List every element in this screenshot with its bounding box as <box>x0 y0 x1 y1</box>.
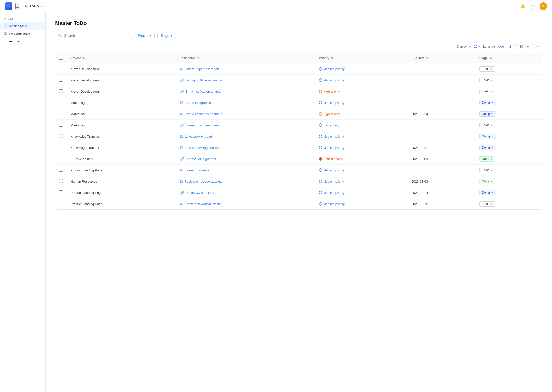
main-content: Master ToDo 🔍 Project ▼ Stage ▼ Displayi… <box>45 13 552 392</box>
project-filter-button[interactable]: Project ▼ <box>135 32 155 39</box>
row-checkbox-9[interactable] <box>59 168 63 172</box>
select-all-header[interactable] <box>55 53 67 63</box>
row-checkbox-12[interactable] <box>59 202 63 205</box>
next-page-button[interactable]: »» <box>535 44 542 49</box>
stage-chevron-icon: ▼ <box>491 101 493 104</box>
task-link[interactable]: ☑Research visuals <box>180 168 311 172</box>
stage-label: To-do <box>482 124 489 127</box>
priority-dot <box>319 67 322 70</box>
task-link[interactable]: 🔗Debug multiple replies tas <box>180 78 311 82</box>
row-checkbox-7[interactable] <box>59 146 63 149</box>
subtask-icon: 🔗 <box>180 90 184 93</box>
table-row: Marketing☑Create infographics Medium pri… <box>55 97 542 108</box>
stage-sort-icon: ⇅ <box>489 57 492 60</box>
task-link[interactable]: ☑Create infographics <box>180 101 311 105</box>
row-checkbox-11[interactable] <box>59 190 63 194</box>
sidebar-item-archive[interactable]: ☷ Archive <box>0 37 45 45</box>
table-row: Klever Development🔗Debug multiple replie… <box>55 75 542 86</box>
stage-label: Done <box>482 180 489 183</box>
priority-cell: Medium priority <box>315 97 407 108</box>
row-checkbox-6[interactable] <box>59 134 63 138</box>
notifications-button[interactable]: 🔔 <box>520 4 525 9</box>
select-all-checkbox[interactable] <box>59 56 63 60</box>
stage-badge[interactable]: Doing ▼ <box>479 100 496 105</box>
col-priority[interactable]: Priority ⇅ <box>315 53 407 63</box>
stage-badge[interactable]: To-do ▼ <box>479 77 495 83</box>
prev-page-button[interactable]: «« <box>525 44 533 49</box>
stage-badge[interactable]: Doing ▼ <box>479 111 496 117</box>
task-link[interactable]: ☑Share knowledge session <box>180 146 311 150</box>
priority-cell: High priority <box>315 108 407 120</box>
col-project[interactable]: Project ⇅ <box>67 53 176 63</box>
task-link[interactable]: ☑Create content schedule p <box>180 112 311 116</box>
sidebar-item-personal-todo[interactable]: ☑ Personal ToDo <box>0 30 45 37</box>
priority-dot <box>319 112 322 116</box>
task-link[interactable]: ☑Brainstorm website desig <box>180 202 311 206</box>
search-input[interactable] <box>64 34 129 38</box>
row-checkbox-8[interactable] <box>59 157 63 160</box>
priority-dot <box>319 124 322 127</box>
stage-badge[interactable]: Doing ▼ <box>479 190 496 195</box>
items-per-page-select[interactable]: 201050 <box>473 44 481 49</box>
due-date-cell: - <box>407 63 476 75</box>
subtask-icon: 🔗 <box>180 191 184 195</box>
task-link[interactable]: 🔗Email notification templat <box>180 90 311 93</box>
app-title-button[interactable]: ☑ ToDo ▼ <box>23 3 45 9</box>
stage-badge[interactable]: To-do ▼ <box>479 66 495 71</box>
stage-cell: Doing ▼ <box>476 97 542 108</box>
stage-label: To-do <box>482 78 489 82</box>
stage-badge[interactable]: To-do ▼ <box>479 168 495 173</box>
page-title: Master ToDo <box>55 20 542 26</box>
due-date-cell: - <box>407 75 476 86</box>
table-row: Product Landing Page☑Brainstorm website … <box>55 198 542 210</box>
row-checkbox-3[interactable] <box>59 100 63 104</box>
sidebar-item-master-todo[interactable]: ☑ Master ToDo <box>0 22 45 30</box>
help-button[interactable]: ? <box>529 3 536 10</box>
row-checkbox-2[interactable] <box>59 89 63 93</box>
priority-text: Critical priority <box>323 157 343 161</box>
stage-filter-button[interactable]: Stage ▼ <box>158 32 176 39</box>
priority-cell: High priority <box>315 86 407 97</box>
stage-badge[interactable]: To-do ▼ <box>479 201 495 207</box>
stage-cell: To-do ▼ <box>476 165 542 176</box>
stage-badge[interactable]: Doing ▼ <box>479 134 496 139</box>
current-page-input[interactable] <box>506 44 515 49</box>
row-checkbox-10[interactable] <box>59 179 63 183</box>
task-icon: ☑ <box>180 180 183 183</box>
avatar[interactable]: A <box>539 2 547 10</box>
app-title-label: ToDo <box>29 4 39 8</box>
total-pages: 10 <box>520 45 523 48</box>
stage-label: To-do <box>482 90 489 93</box>
row-checkbox-0[interactable] <box>59 67 63 70</box>
col-stage[interactable]: Stage ⇅ <box>476 53 542 63</box>
stage-badge[interactable]: To-do ▼ <box>479 89 495 94</box>
col-task-name[interactable]: Task name ⇅ <box>176 53 315 63</box>
stage-chevron-icon: ▼ <box>491 147 493 149</box>
stage-badge[interactable]: Done ▼ <box>479 156 495 161</box>
priority-text: Medium priority <box>323 191 345 195</box>
stage-label: Doing <box>482 135 490 138</box>
stage-badge[interactable]: Doing ▼ <box>479 145 496 150</box>
task-link[interactable]: 🔗Research content ideas <box>180 124 311 127</box>
project-cell: Knowledge Transfer <box>67 131 176 142</box>
project-cell: Marketing <box>67 97 176 108</box>
task-link[interactable]: ☑Follow up pentest report <box>180 67 311 71</box>
stage-cell: Doing ▼ <box>476 142 542 154</box>
sidebar: PAGES ☑ Master ToDo ☑ Personal ToDo ☷ Ar… <box>0 13 45 392</box>
task-link[interactable]: 🔗Choose ML algorithm <box>180 157 311 161</box>
stage-badge[interactable]: To-do ▼ <box>479 123 495 128</box>
row-checkbox-5[interactable] <box>59 123 63 126</box>
stage-cell: Done ▼ <box>476 154 542 165</box>
task-cell: 🔗Email notification templat <box>176 86 315 97</box>
task-link[interactable]: ☑Review employee attenda <box>180 180 311 183</box>
priority-dot <box>319 135 322 138</box>
row-checkbox-4[interactable] <box>59 112 63 115</box>
hamburger-menu[interactable]: ☰ <box>15 3 20 9</box>
task-link[interactable]: ☑Write weekly report <box>180 135 311 138</box>
col-due-date[interactable]: Due Date ⇅ <box>407 53 476 63</box>
task-link[interactable]: 🔗Define UX structure <box>180 191 311 195</box>
task-icon: ☑ <box>180 202 183 206</box>
stage-chevron-icon: ▼ <box>490 169 493 172</box>
row-checkbox-1[interactable] <box>59 78 63 82</box>
stage-badge[interactable]: Done ▼ <box>479 179 495 184</box>
